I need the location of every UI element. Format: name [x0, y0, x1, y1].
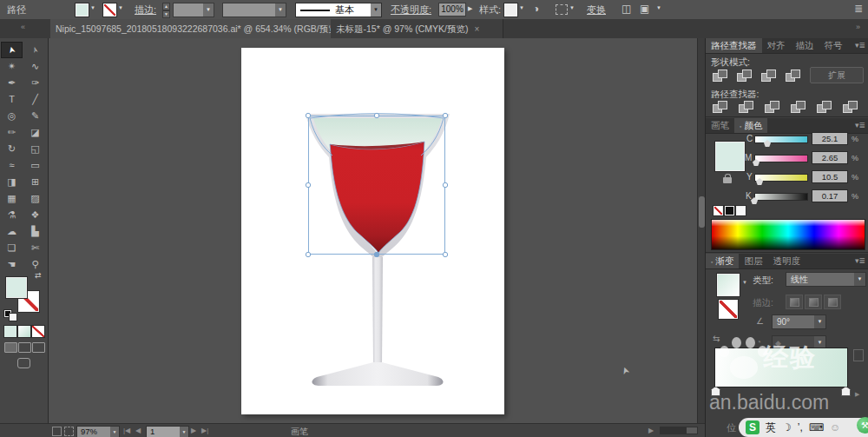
pathfinder-outline-button[interactable] [815, 100, 832, 114]
none-swatch[interactable] [713, 205, 724, 216]
fill-color-swatch[interactable] [75, 3, 89, 17]
cyan-value-field[interactable]: 25.1 [812, 132, 848, 145]
ime-softkeyboard-icon[interactable]: ⌨ [809, 421, 824, 434]
stroke-weight-dropdown[interactable]: ▼ [173, 3, 214, 17]
document-tab-2[interactable]: 未标题-15* @ 97% (CMYK/预览)× [331, 19, 503, 38]
transform-link[interactable]: 变换 [587, 3, 606, 17]
gradient-angle-dropdown[interactable]: 90°▼ [772, 315, 826, 329]
style-swatch[interactable] [503, 3, 518, 17]
opacity-spinner-icon[interactable]: ▶ [468, 5, 472, 12]
draw-behind-mode-icon[interactable] [18, 342, 31, 353]
shape-mode-exclude-button[interactable] [784, 69, 801, 83]
zoom-level-dropdown[interactable]: 97%▼ [76, 426, 120, 437]
tab-symbols[interactable]: 符号 [819, 38, 848, 53]
hscroll-arrow-icon[interactable]: ▶ [648, 427, 654, 434]
panel-collapse-icon[interactable]: » [856, 23, 860, 31]
zoom-tool[interactable]: ⚲ [25, 257, 45, 272]
eyedropper-tool[interactable]: ⚗ [2, 208, 22, 222]
stroke-link[interactable]: 描边: [135, 3, 156, 17]
panel-menu-icon[interactable]: ▾≣ [855, 121, 865, 129]
panel-menu-icon[interactable]: ▾≣ [855, 41, 865, 50]
mesh-tool[interactable]: ▦ [2, 191, 22, 206]
gradient-type-dropdown[interactable]: 线性▼ [786, 272, 866, 287]
screen-mode-icon[interactable] [17, 358, 30, 368]
artboard-tool[interactable]: ❏ [2, 241, 22, 255]
brush-definition-dropdown[interactable]: 基本 ▼ [295, 3, 382, 17]
swap-fill-stroke-icon[interactable]: ⇄ [35, 271, 42, 280]
horizontal-scrollbar[interactable] [660, 427, 698, 434]
black-swatch[interactable] [724, 205, 735, 216]
pathfinder-trim-button[interactable] [737, 100, 754, 114]
width-tool[interactable]: ≈ [2, 158, 22, 173]
select-similar-arrow[interactable]: ▼ [569, 5, 575, 10]
pen-tool[interactable]: ✒ [2, 76, 22, 90]
pathfinder-crop-button[interactable] [789, 100, 806, 114]
default-fill-stroke-icon2[interactable] [9, 313, 17, 321]
symbol-sprayer-tool[interactable]: ☁ [2, 224, 22, 239]
scrollbar-thumb[interactable] [687, 427, 697, 434]
toolbox-collapse-icon[interactable]: « [21, 23, 25, 31]
status-icon-1[interactable] [52, 427, 62, 436]
column-graph-tool[interactable]: ▙ [25, 224, 45, 239]
ime-tools-icon[interactable]: ⚒ [857, 417, 868, 434]
tab-pathfinder[interactable]: 路径查找器 [706, 38, 762, 53]
cyan-slider[interactable] [754, 136, 808, 143]
tab-color[interactable]: ◦ 颜色 [734, 118, 767, 133]
shape-mode-intersect-button[interactable] [760, 69, 777, 83]
last-artboard-icon[interactable]: ▶| [201, 427, 208, 434]
pencil-tool[interactable]: ✏ [2, 125, 22, 140]
shape-mode-unite-button[interactable] [711, 69, 728, 83]
prev-artboard-icon[interactable]: ◀ [135, 427, 141, 434]
black-slider[interactable] [754, 193, 808, 201]
stroke-weight-stepper[interactable]: ▲▼ [162, 3, 170, 16]
eraser-tool[interactable]: ◪ [25, 125, 45, 140]
delete-stop-icon[interactable] [853, 349, 864, 361]
direct-selection-tool[interactable]: ➢ [25, 43, 45, 57]
control-bar-menu-icon[interactable]: ≣ [854, 3, 863, 15]
tab-gradient[interactable]: ◦ 渐变 [706, 254, 739, 268]
distribute-icon[interactable]: ▣ [640, 3, 649, 15]
paintbrush-tool[interactable]: ✎ [25, 109, 45, 123]
fill-dropdown-arrow[interactable]: ▼ [90, 5, 95, 10]
magic-wand-tool[interactable]: ✴ [2, 59, 22, 74]
magenta-value-field[interactable]: 2.65 [812, 151, 848, 164]
gradient-stroke-within-button[interactable] [786, 295, 803, 309]
none-mode-button[interactable] [31, 325, 45, 338]
scrollbar-thumb[interactable] [699, 196, 705, 228]
align-icon[interactable]: ◫ [621, 3, 631, 15]
variable-width-dropdown[interactable]: ▼ [222, 3, 286, 17]
gradient-stroke-across-button[interactable] [824, 295, 841, 309]
blend-tool[interactable]: ❖ [25, 208, 45, 222]
shape-mode-minus-front-button[interactable] [735, 69, 753, 83]
ime-fullhalf-moon-icon[interactable]: ☽ [782, 421, 792, 434]
status-icon-2[interactable] [64, 427, 74, 436]
first-artboard-icon[interactable]: |◀ [123, 427, 130, 434]
canvas-pasteboard[interactable]: ➤ [49, 38, 697, 423]
next-artboard-icon[interactable]: ▶ [191, 427, 196, 434]
pathfinder-divide-button[interactable] [711, 100, 728, 114]
tab-layers[interactable]: 图层 [739, 254, 767, 268]
type-tool[interactable]: T [2, 92, 22, 107]
color-fill-swatch[interactable] [714, 141, 746, 172]
shape-builder-tool[interactable]: ◨ [2, 175, 22, 189]
expand-button[interactable]: 扩展 [810, 67, 864, 83]
tab-stroke[interactable]: 描边 [791, 38, 819, 53]
tab-align[interactable]: 对齐 [762, 38, 791, 53]
gradient-thumbnail[interactable] [716, 273, 740, 297]
gradient-thumb-arrow[interactable]: ▼ [742, 280, 747, 285]
draw-inside-mode-icon[interactable] [32, 342, 45, 353]
yellow-value-field[interactable]: 10.5 [812, 170, 848, 183]
style-dropdown-arrow[interactable]: ▼ [519, 5, 524, 10]
tab-transparency[interactable]: 透明度 [767, 254, 806, 268]
pathfinder-merge-button[interactable] [763, 100, 780, 114]
scale-tool[interactable]: ◱ [25, 142, 45, 156]
select-similar-icon[interactable] [556, 4, 568, 15]
color-spectrum-bar[interactable] [711, 219, 865, 250]
arrange-dropdown-arrow[interactable]: ▼ [656, 5, 661, 10]
close-tab-icon[interactable]: × [474, 24, 479, 34]
draw-normal-mode-icon[interactable] [4, 342, 17, 353]
rotate-tool[interactable]: ↻ [2, 142, 22, 156]
slice-tool[interactable]: ✄ [25, 241, 45, 255]
gradient-stroke-proxy-swatch[interactable] [718, 299, 739, 320]
black-value-field[interactable]: 0.17 [812, 189, 848, 202]
